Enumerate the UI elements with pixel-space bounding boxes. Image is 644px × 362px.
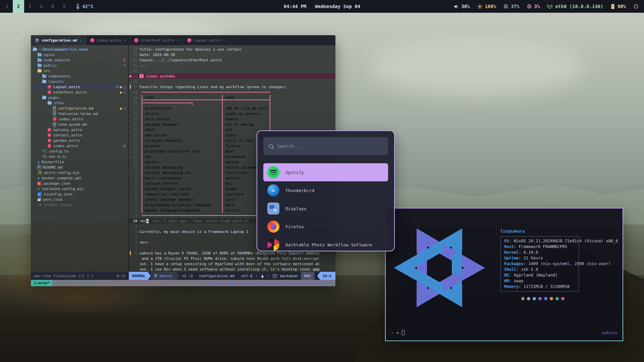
- table-separator-line: 22: [129, 100, 335, 106]
- line-number: 6: [131, 187, 140, 191]
- battery-module[interactable]: 98%: [611, 4, 626, 9]
- file-icon: [38, 187, 40, 191]
- separator-icon: [177, 274, 179, 278]
- table-cell-name: nixos or gentoo: [222, 111, 270, 116]
- launcher-item[interactable]: Spotify: [263, 163, 388, 181]
- buffer-tabbar: configuration.md index.astro otherPost.a…: [31, 35, 335, 45]
- tab-close-icon[interactable]: [176, 38, 179, 43]
- table-cell-item: vpn: [142, 154, 222, 159]
- tree-item[interactable]: configuration.md ● □: [31, 106, 128, 111]
- table-cell-item: instant messaging: [142, 165, 222, 170]
- tree-item[interactable]: env.d.ts: [31, 154, 128, 159]
- tree-item[interactable]: pages: [31, 95, 128, 100]
- tree-item[interactable]: contact.astro: [31, 132, 128, 138]
- tree-item-label: node_modules: [44, 58, 70, 62]
- launcher-item[interactable]: Thunderbird: [263, 181, 388, 199]
- tree-item[interactable]: layouts: [31, 79, 128, 84]
- tree-item[interactable]: astro.config.mjs: [31, 170, 128, 175]
- shell-prompt[interactable]: ~ >: [391, 330, 405, 335]
- tree-item[interactable]: README.md: [31, 165, 128, 170]
- tree-item[interactable]: tailwind.config.mjs: [31, 186, 128, 191]
- brightness-module[interactable]: 100%: [477, 4, 496, 9]
- app-label: Darktable Photo Workflow Software: [285, 242, 372, 247]
- volume-module[interactable]: 36%: [454, 4, 470, 9]
- tree-item[interactable]: garden.astro: [31, 138, 128, 143]
- workspace-button[interactable]: 9: [58, 0, 70, 13]
- buffer-line: 32 title: configuration for devices i us…: [129, 47, 335, 52]
- tree-item[interactable]: nginx: [31, 52, 128, 57]
- tree-item-label: index.astro: [59, 117, 83, 121]
- launcher-search-input[interactable]: Search...: [263, 137, 388, 155]
- tree-item[interactable]: node_modules E: [31, 57, 128, 63]
- tree-item[interactable]: components: [31, 73, 128, 79]
- tree-item[interactable]: config.ts: [31, 148, 128, 154]
- workspace-button[interactable]: 4: [36, 0, 47, 13]
- tree-item[interactable]: ~/Development/liv.town: [31, 47, 128, 52]
- workspace-button[interactable]: 2: [13, 0, 24, 13]
- table-cell-item: init system: [142, 116, 222, 122]
- markdown-icon: [273, 274, 277, 278]
- tree-item[interactable]: balcony.astro: [31, 127, 128, 132]
- file-icon: [38, 64, 42, 67]
- table-row: 20 distro nixos or gentoo: [129, 111, 335, 116]
- table-row: 18 package manager nix or emerge: [129, 122, 335, 127]
- tree-item[interactable]: yarn.lock: [31, 197, 128, 202]
- network-module[interactable]: eth0 (10.0.0.140): [547, 4, 603, 9]
- tree-item-markers: ● □: [120, 107, 128, 110]
- nixos-logo: [389, 216, 490, 320]
- table-cell-item: compositor (wayland): [142, 191, 222, 197]
- tmux-window[interactable]: 3:lazygit: [74, 281, 100, 285]
- tree-item[interactable]: src: [31, 68, 128, 73]
- buffer-tab[interactable]: configuration.md: [31, 35, 86, 45]
- tree-item[interactable]: docker-compose.yml: [31, 175, 128, 181]
- network-value: eth0 (10.0.0.140): [555, 4, 603, 9]
- system-info-box: OS: NixOS 24.11.20240828.71e91c4 (Vicuna…: [500, 236, 579, 292]
- tree-item[interactable]: index.astro: [31, 116, 128, 122]
- folder-icon: [230, 282, 233, 285]
- tab-label: index.astro: [97, 38, 121, 43]
- tree-item[interactable]: Layout.astro H ● □: [31, 84, 128, 89]
- cpu-module[interactable]: 37%: [503, 4, 519, 9]
- workspace-button[interactable]: 3: [24, 0, 36, 13]
- gpu-module[interactable]: 3%: [527, 4, 540, 9]
- paragraph-wrap-line: and a 2TB (Crucial P5 Plus) NVMe drive. …: [129, 256, 335, 261]
- buffer-tab[interactable]: Layout.astro: [183, 35, 229, 45]
- tab-close-icon[interactable]: [79, 38, 82, 43]
- tree-item[interactable]: Dockerfile: [31, 159, 128, 165]
- terminal-window[interactable]: liv@sakura OS: NixOS 24.11.20240828.71e9…: [385, 208, 623, 341]
- wallpaper-cloud: [369, 40, 584, 97]
- color-dot: [533, 297, 536, 300]
- file-icon: [38, 176, 40, 180]
- tree-item-label: package.json: [44, 181, 70, 186]
- buffer-tab[interactable]: otherPost.astro: [130, 35, 183, 45]
- tree-item[interactable]: tone-guide.md: [31, 122, 128, 127]
- tree-item[interactable]: other: [31, 100, 128, 106]
- tree-item-label: other: [54, 101, 65, 105]
- workspace-button[interactable]: 1: [1, 0, 13, 13]
- tab-close-icon[interactable]: [123, 38, 126, 43]
- tmux-git-branch: master: [213, 281, 227, 285]
- tree-item[interactable]: fediverse-terms.md: [31, 111, 128, 116]
- git-untracked-marker: ?: [123, 64, 125, 67]
- tab-close-icon[interactable]: [223, 38, 225, 43]
- power-button[interactable]: [633, 4, 639, 9]
- table-header-name: name: [222, 95, 270, 100]
- launcher-item[interactable]: Displays: [263, 199, 388, 218]
- tree-item[interactable]: index.astro H: [31, 143, 128, 148]
- tree-item[interactable]: public ?: [31, 63, 128, 68]
- launcher-item[interactable]: Firefox: [263, 218, 388, 236]
- launcher-item[interactable]: Darktable Photo Workflow Software: [263, 236, 388, 251]
- buffer-tab[interactable]: index.astro: [86, 35, 130, 45]
- tree-item[interactable]: package.json: [31, 181, 128, 186]
- tree-item[interactable]: otherPost.astro ● □: [31, 89, 128, 95]
- table-cell-item: webdev language/framework: [142, 207, 222, 213]
- tmux-window[interactable]: 2:node-: [52, 281, 74, 285]
- tree-item-label: yarn.lock: [43, 197, 63, 202]
- workspace-button[interactable]: 8: [47, 0, 58, 13]
- workspace-list: 1 2 3 4 8 9: [1, 0, 70, 13]
- line-number: 27: [131, 74, 140, 78]
- tree-item[interactable]: tsconfig.json: [31, 191, 128, 197]
- buffer-line: 26: [129, 79, 335, 84]
- tree-item[interactable]: (6 hidden items): [31, 202, 128, 207]
- tmux-window-active[interactable]: 1:nvim*: [31, 280, 52, 286]
